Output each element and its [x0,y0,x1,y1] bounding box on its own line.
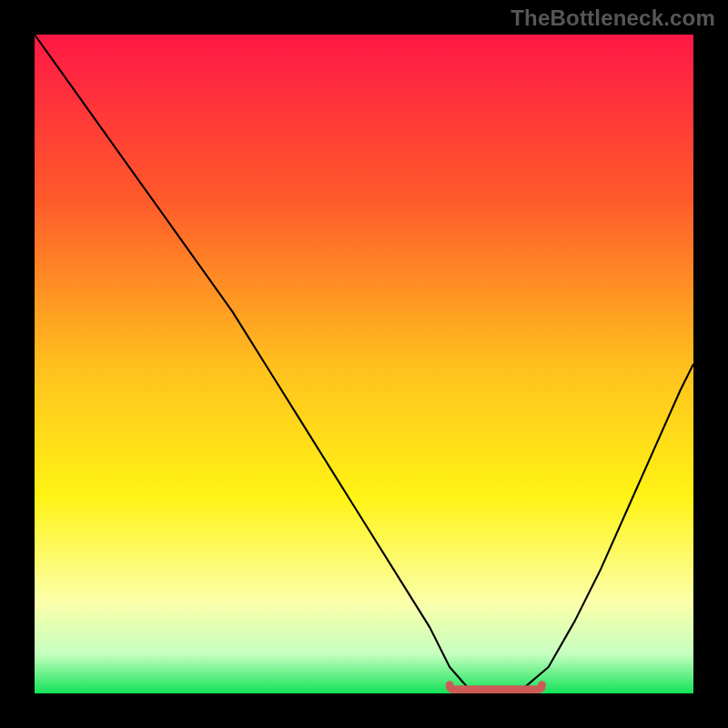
plot-area [35,35,693,693]
chart-svg [35,35,693,693]
watermark: TheBottleneck.com [511,5,715,31]
minimum-marker [450,685,541,690]
gradient-background [35,35,693,693]
chart-container: TheBottleneck.com [0,0,728,728]
